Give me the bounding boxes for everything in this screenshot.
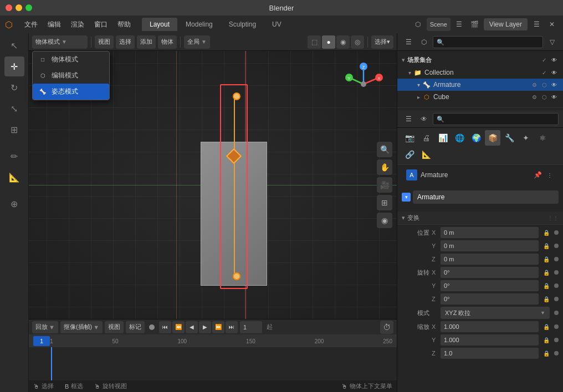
menu-help[interactable]: 帮助 <box>113 18 135 32</box>
particles-props-icon[interactable]: ✦ <box>518 130 534 146</box>
play-btn[interactable]: ▶ <box>199 321 211 333</box>
scene-settings-icon[interactable]: ☰ <box>453 18 466 31</box>
cube-eye-icon[interactable]: 👁 <box>550 92 559 101</box>
maximize-button[interactable] <box>25 4 32 11</box>
tab-layout[interactable]: Layout <box>142 18 177 31</box>
rot-y-lock[interactable]: 🔒 <box>541 283 552 289</box>
tool-annotate[interactable]: ✏ <box>4 146 24 166</box>
render-props-icon[interactable]: 📷 <box>402 130 417 146</box>
mode-dot[interactable] <box>554 311 559 315</box>
scale-x-dot[interactable] <box>554 324 559 329</box>
gizmo[interactable]: Z X Y <box>341 62 386 106</box>
timeline-content[interactable] <box>29 347 397 380</box>
object-props-options[interactable]: ⋮ <box>545 171 554 179</box>
props-view-icon[interactable]: 👁 <box>417 112 431 126</box>
view-layer-settings-icon[interactable]: ☰ <box>530 18 543 31</box>
outliner-armature[interactable]: ▾ 🦴 Armature ⚙ ⬡ 👁 <box>397 79 563 91</box>
menu-window[interactable]: 窗口 <box>90 18 112 32</box>
scale-x-value[interactable]: 1.000 <box>441 321 539 332</box>
tool-scale[interactable]: ⤡ <box>4 99 24 118</box>
scene-props-icon[interactable]: 🌐 <box>452 130 467 146</box>
scale-y-lock[interactable]: 🔒 <box>541 337 552 343</box>
jump-back-btn[interactable]: ⏪ <box>172 321 185 333</box>
scale-y-dot[interactable] <box>554 338 559 342</box>
rot-x-lock[interactable]: 🔒 <box>541 270 552 276</box>
wireframe-icon[interactable]: ⬚ <box>308 35 321 49</box>
props-filter-icon[interactable]: ☰ <box>402 112 415 126</box>
material-icon[interactable]: ◉ <box>336 35 350 49</box>
add-menu[interactable]: 添加 <box>137 35 156 49</box>
scene-selector[interactable]: Scene <box>427 18 451 31</box>
pos-x-dot[interactable] <box>554 230 559 235</box>
modifier-props-icon[interactable]: 🔧 <box>501 130 517 146</box>
tool-measure[interactable]: 📐 <box>4 167 24 187</box>
pos-z-dot[interactable] <box>554 257 559 261</box>
play-back-btn[interactable]: ◀ <box>186 321 198 333</box>
view-btn[interactable]: 视图 <box>105 321 124 333</box>
rot-z-lock[interactable]: 🔒 <box>541 296 552 302</box>
pos-z-value[interactable]: 0 m <box>441 254 539 265</box>
tab-modeling[interactable]: Modeling <box>178 18 221 31</box>
output-props-icon[interactable]: 🖨 <box>418 130 434 146</box>
constraints-props-icon[interactable]: 🔗 <box>402 147 417 162</box>
mark-btn[interactable]: 标记 <box>126 321 145 333</box>
view-layer-selector[interactable]: View Layer <box>484 18 528 30</box>
view-menu[interactable]: 视图 <box>95 35 114 49</box>
armature-mesh-icon[interactable]: ⬡ <box>540 80 549 89</box>
data-name-field[interactable]: Armature <box>413 190 559 204</box>
mode-pose[interactable]: 🦴 姿态模式 <box>33 84 109 100</box>
outliner-options-icon[interactable]: ▽ <box>545 35 559 49</box>
scale-z-value[interactable]: 1.0 <box>441 348 539 359</box>
outliner-collection[interactable]: ▾ 📁 Collection ✓ 👁 <box>397 66 563 79</box>
render-icon[interactable]: ◎ <box>351 35 364 49</box>
transform-section-header[interactable]: ▾ 变换 ⋮⋮ <box>397 212 563 225</box>
camera-btn[interactable]: 🎥 <box>377 177 392 193</box>
tool-rotate[interactable]: ↻ <box>4 78 24 97</box>
render-icon[interactable]: 🎬 <box>468 18 482 31</box>
solid-icon[interactable]: ● <box>322 35 335 49</box>
close-button[interactable] <box>6 4 12 11</box>
object-props-icon[interactable]: 📦 <box>485 130 500 146</box>
scale-y-value[interactable]: 1.000 <box>441 334 539 345</box>
scene-eye-icon[interactable]: 👁 <box>550 55 559 64</box>
zoom-in-btn[interactable]: 🔍 <box>377 142 392 157</box>
rot-x-value[interactable]: 0° <box>441 267 539 278</box>
minimize-button[interactable] <box>16 4 22 11</box>
rot-y-dot[interactable] <box>554 283 559 288</box>
global-toggle[interactable]: 全局 ▼ <box>184 35 210 49</box>
scene-dropdown-icon[interactable]: ⬡ <box>411 18 424 31</box>
menu-render[interactable]: 渲染 <box>66 18 89 32</box>
scale-x-lock[interactable]: 🔒 <box>541 324 552 330</box>
playback-dropdown[interactable]: 回放 ▼ <box>32 321 58 333</box>
outliner-icon[interactable]: ⬡ <box>417 35 431 49</box>
data-props-icon[interactable]: 📐 <box>418 147 434 162</box>
outliner-search[interactable] <box>433 36 543 48</box>
tool-select[interactable]: ↖ <box>4 35 24 55</box>
pin-button[interactable]: 📌 <box>534 171 542 179</box>
scale-z-lock[interactable]: 🔒 <box>541 350 552 357</box>
object-menu[interactable]: 物体 <box>158 35 177 49</box>
close-tab-icon[interactable]: ✕ <box>545 18 559 31</box>
props-search[interactable] <box>433 113 559 125</box>
rot-z-dot[interactable] <box>554 297 559 301</box>
armature-extra-icon[interactable]: ⚙ <box>530 80 539 89</box>
rot-y-value[interactable]: 0° <box>441 280 539 291</box>
keyframe-dropdown[interactable]: 抠像(插帧) ▼ <box>60 321 103 333</box>
outliner-filter-icon[interactable]: ☰ <box>402 35 415 49</box>
rotation-mode-dropdown[interactable]: XYZ 欧拉 ▼ <box>441 307 550 319</box>
select-mode-btn[interactable]: 选择▾ <box>371 35 393 49</box>
scale-z-dot[interactable] <box>554 351 559 355</box>
pos-x-value[interactable]: 0 m <box>441 227 539 238</box>
jump-fwd-btn[interactable]: ⏩ <box>212 321 224 333</box>
jump-start-btn[interactable]: ⏮ <box>159 321 171 333</box>
menu-edit[interactable]: 编辑 <box>43 18 65 32</box>
pos-x-lock[interactable]: 🔒 <box>541 230 552 236</box>
tab-uv[interactable]: UV <box>264 18 289 31</box>
scene-visible-icon[interactable]: ✓ <box>540 55 549 64</box>
pos-y-dot[interactable] <box>554 244 559 248</box>
mode-object[interactable]: □ 物体模式 <box>33 51 109 68</box>
collection-eye-icon[interactable]: 👁 <box>550 68 559 77</box>
view-layer-props-icon[interactable]: 📊 <box>435 130 451 146</box>
rot-z-value[interactable]: 0° <box>441 293 539 305</box>
world-props-icon[interactable]: 🌍 <box>468 130 484 146</box>
